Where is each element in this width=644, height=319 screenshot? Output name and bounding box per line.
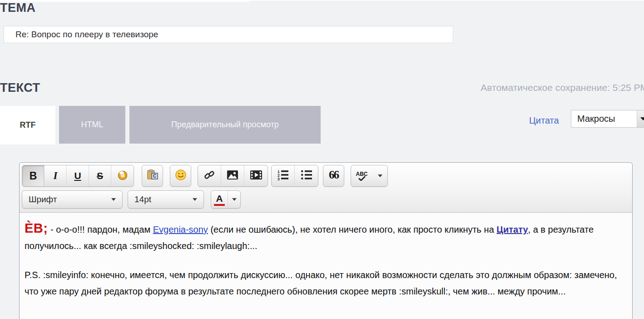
caret-down-icon xyxy=(378,174,382,177)
font-color-button[interactable]: A xyxy=(211,191,228,208)
bold-button[interactable]: B xyxy=(22,165,45,186)
rich-text-editor: B I U S xyxy=(19,162,633,319)
underline-icon: U xyxy=(74,170,81,181)
font-family-dropdown[interactable]: Шрифт xyxy=(22,190,123,209)
toolbar-row-formatting: B I U S xyxy=(22,165,388,187)
macros-dropdown-arrow-button[interactable] xyxy=(637,110,644,127)
body-text: (если не ошибаюсь), не хотел ничего иног… xyxy=(208,224,496,234)
spellcheck-menu-button[interactable] xyxy=(372,165,387,186)
body-text: P.S. :smileyinfo: конечно, имеется, чем … xyxy=(25,270,617,296)
strikethrough-icon: S xyxy=(97,170,103,181)
caret-down-icon xyxy=(193,198,197,201)
italic-button[interactable]: I xyxy=(45,165,67,186)
editor-paragraph: ÈB; - о-о-о!!! пардон, мадам Evgenia-son… xyxy=(25,220,627,254)
insert-link-button[interactable] xyxy=(198,165,221,186)
insert-video-button[interactable] xyxy=(244,165,268,186)
autosave-status: Автоматическое сохранение: 5:25 PM xyxy=(481,82,644,93)
ordered-list-button[interactable]: 123 xyxy=(272,165,295,186)
image-icon xyxy=(227,170,238,182)
font-color-split-button: A xyxy=(211,190,241,209)
remove-format-icon xyxy=(117,169,128,182)
font-family-label: Шрифт xyxy=(22,194,111,204)
italic-icon: I xyxy=(54,170,58,182)
strikethrough-button[interactable]: S xyxy=(89,165,111,186)
toolbar-row-font: Шрифт 14pt A xyxy=(22,190,241,209)
text-style-button-group: B I U S xyxy=(22,165,134,187)
spellcheck-split-button: ABC xyxy=(351,165,388,187)
svg-text:3: 3 xyxy=(277,177,280,181)
caret-down-icon xyxy=(640,117,644,120)
unordered-list-button[interactable] xyxy=(295,165,318,186)
editor-toolbar: B I U S xyxy=(20,163,632,213)
editor-content[interactable]: ÈB; - о-о-о!!! пардон, мадам Evgenia-son… xyxy=(20,213,632,319)
emoticon-icon xyxy=(175,169,187,183)
top-edge-strip xyxy=(0,0,249,2)
link-icon xyxy=(203,169,215,183)
font-size-label: 14pt xyxy=(128,194,193,204)
unordered-list-icon xyxy=(301,169,312,183)
quote-action-link[interactable]: Цитата xyxy=(529,115,559,126)
svg-text:C: C xyxy=(153,174,156,179)
ordered-list-icon: 123 xyxy=(277,169,289,183)
subject-input[interactable] xyxy=(4,26,453,43)
user-mention-link[interactable]: Evgenia-sony xyxy=(153,224,208,234)
font-size-dropdown[interactable]: 14pt xyxy=(128,190,204,209)
font-color-menu-button[interactable] xyxy=(228,191,240,208)
caret-down-icon xyxy=(111,198,116,201)
list-button-group: 123 xyxy=(271,165,318,187)
quote-icon: 66 xyxy=(329,169,338,183)
caret-down-icon xyxy=(232,198,237,201)
emoticon-button-wrap xyxy=(170,165,191,187)
macros-dropdown-label: Макросы xyxy=(571,114,637,124)
quote-visited-link[interactable]: Цитату xyxy=(496,224,528,234)
insert-image-button[interactable] xyxy=(221,165,244,186)
topic-section-heading: ТЕМА xyxy=(0,1,36,15)
macros-dropdown[interactable]: Макросы xyxy=(571,110,644,128)
tab-preview[interactable]: Предварительный просмотр xyxy=(129,106,321,144)
text-section-heading: ТЕКСТ xyxy=(0,81,40,95)
font-color-icon: A xyxy=(216,194,223,203)
top-edge-strip-thin xyxy=(249,0,644,1)
spellcheck-button[interactable]: ABC xyxy=(351,165,372,186)
paste-button-wrap: C xyxy=(142,165,163,187)
remove-format-button[interactable] xyxy=(111,165,134,186)
paste-icon: C xyxy=(147,169,159,183)
paste-button[interactable]: C xyxy=(142,165,163,186)
underline-button[interactable]: U xyxy=(67,165,89,186)
blockquote-button[interactable]: 66 xyxy=(323,165,344,186)
tab-rtf[interactable]: RTF xyxy=(0,106,55,145)
font-color-swatch xyxy=(214,204,225,206)
spellcheck-icon: ABC xyxy=(356,171,368,181)
quote-button-wrap: 66 xyxy=(323,165,344,187)
video-icon xyxy=(250,170,263,182)
media-button-group xyxy=(198,165,268,187)
body-text: - о-о-о!!! пардон, мадам xyxy=(48,224,153,234)
red-bold-text: ÈB; xyxy=(25,221,48,235)
tab-html[interactable]: HTML xyxy=(59,106,125,144)
emoticon-button[interactable] xyxy=(170,165,191,186)
bold-icon: B xyxy=(30,170,37,182)
editor-paragraph: P.S. :smileyinfo: конечно, имеется, чем … xyxy=(25,267,627,299)
